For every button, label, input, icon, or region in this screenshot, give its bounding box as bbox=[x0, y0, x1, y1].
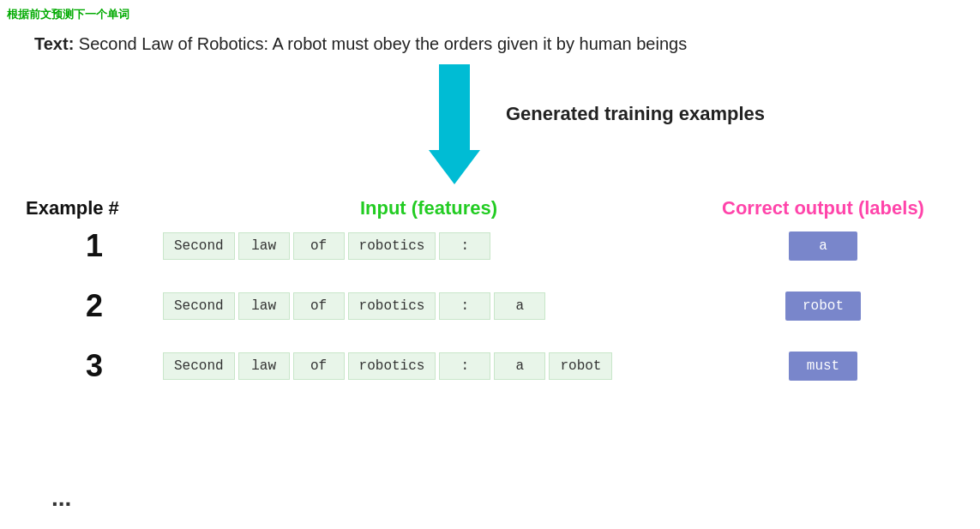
cell-2-2: law bbox=[238, 292, 290, 320]
arrow-shaft bbox=[439, 64, 470, 150]
cell-3-6: a bbox=[494, 352, 545, 380]
output-cell-3: must bbox=[789, 352, 857, 381]
cell-3-4: robotics bbox=[348, 352, 436, 380]
row-2-cells: Second law of robotics : a bbox=[163, 292, 694, 320]
table-row: 1 Second law of robotics : a bbox=[26, 228, 952, 264]
page-title: 根据前文预测下一个单词 bbox=[7, 7, 129, 22]
text-content: Second Law of Robotics: A robot must obe… bbox=[74, 34, 687, 53]
cell-3-2: law bbox=[238, 352, 290, 380]
cell-1-1: Second bbox=[163, 232, 235, 260]
table-row: 2 Second law of robotics : a robot bbox=[26, 288, 952, 324]
table-row: 3 Second law of robotics : a robot must bbox=[26, 348, 952, 384]
row-number-1: 1 bbox=[26, 228, 163, 264]
row-1-cells: Second law of robotics : bbox=[163, 232, 694, 260]
cell-3-3: of bbox=[293, 352, 345, 380]
output-cell-1: a bbox=[789, 231, 857, 261]
header-output: Correct output (labels) bbox=[694, 197, 952, 219]
arrow-head bbox=[429, 150, 480, 184]
cell-1-3: of bbox=[293, 232, 345, 260]
cell-2-6: a bbox=[494, 292, 545, 320]
cell-1-2: law bbox=[238, 232, 290, 260]
cell-3-7: robot bbox=[549, 352, 612, 380]
row-number-2: 2 bbox=[26, 288, 163, 324]
cell-3-5: : bbox=[439, 352, 490, 380]
row-3-cells: Second law of robotics : a robot bbox=[163, 352, 694, 380]
training-table: Example # Input (features) Correct outpu… bbox=[26, 197, 952, 408]
row-number-3: 3 bbox=[26, 348, 163, 384]
cell-2-3: of bbox=[293, 292, 345, 320]
header-input-text: Input bbox=[360, 197, 412, 219]
cell-1-5: : bbox=[439, 232, 490, 260]
header-input-highlight: (features) bbox=[412, 197, 497, 219]
header-output-text: Correct output bbox=[722, 197, 858, 219]
header-input: Input (features) bbox=[163, 197, 694, 219]
header-example: Example # bbox=[26, 197, 163, 219]
title-text: 根据前文预测下一个单词 bbox=[7, 8, 129, 21]
cell-2-5: : bbox=[439, 292, 490, 320]
text-prefix: Text: bbox=[34, 34, 74, 53]
cell-2-4: robotics bbox=[348, 292, 436, 320]
arrow-diagram bbox=[429, 64, 480, 184]
row-1-output: a bbox=[694, 231, 952, 261]
cell-2-1: Second bbox=[163, 292, 235, 320]
table-header: Example # Input (features) Correct outpu… bbox=[26, 197, 952, 219]
row-2-output: robot bbox=[694, 292, 952, 321]
row-3-output: must bbox=[694, 352, 952, 381]
header-output-highlight: (labels) bbox=[858, 197, 924, 219]
output-cell-2: robot bbox=[785, 292, 861, 321]
text-line: Text: Second Law of Robotics: A robot mu… bbox=[34, 34, 687, 54]
ellipsis: ... bbox=[51, 484, 71, 512]
cell-3-1: Second bbox=[163, 352, 235, 380]
cell-1-4: robotics bbox=[348, 232, 436, 260]
generated-label: Generated training examples bbox=[506, 103, 765, 125]
